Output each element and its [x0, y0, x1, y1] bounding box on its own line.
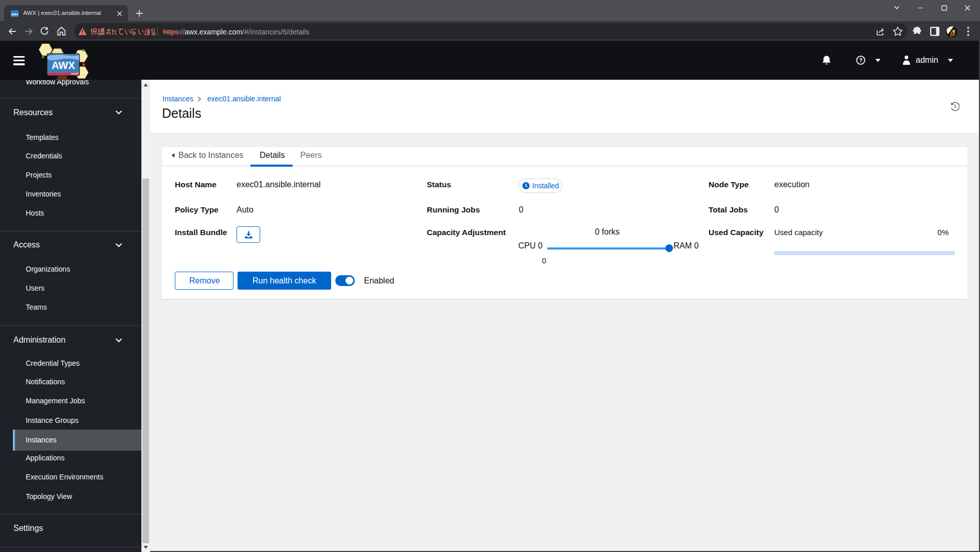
- svg-text:AWX: AWX: [51, 60, 75, 71]
- svg-text:AWX: AWX: [11, 12, 19, 16]
- svg-text:?: ?: [859, 57, 863, 63]
